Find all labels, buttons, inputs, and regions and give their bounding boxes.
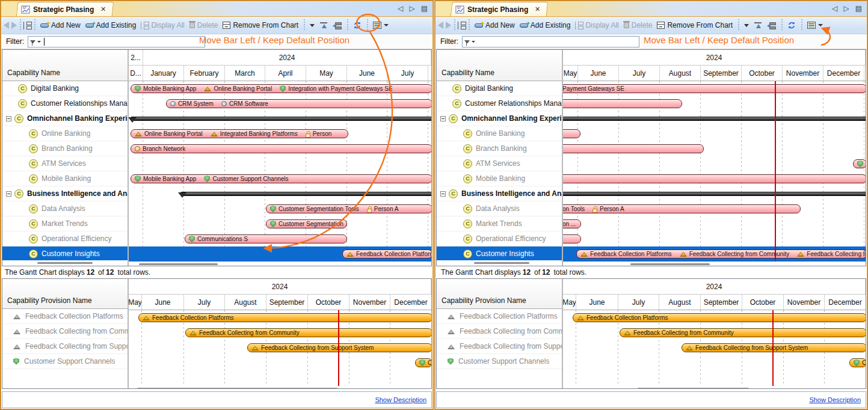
tree-row[interactable]: CMarket Trends: [2, 216, 128, 231]
tab-scroll-right-icon[interactable]: ▷: [409, 4, 414, 13]
keep-default-position-button[interactable]: [751, 20, 765, 31]
add-existing-button[interactable]: + Add Existing: [517, 20, 573, 31]
tree-row[interactable]: CATM Services: [437, 156, 562, 171]
gantt-row[interactable]: Mobile Banking AppOnline Banking PortalI…: [129, 81, 431, 96]
gantt-bar[interactable]: Feedback Collecting from Support System: [247, 343, 431, 352]
move-bar-left-button[interactable]: [330, 20, 344, 31]
tree-row[interactable]: CBusiness Intelligence and Analytics: [2, 186, 128, 201]
tab-list-icon[interactable]: ▤: [855, 4, 862, 13]
add-new-button[interactable]: ✦ Add New: [472, 20, 517, 31]
tree-row[interactable]: Feedback Collecting from Community: [437, 324, 562, 339]
gantt-bar[interactable]: Feedback Collecting from Community: [185, 328, 431, 337]
gantt-bar[interactable]: Customer Segmentation ...: [266, 219, 347, 228]
tree-row[interactable]: COmnichannel Banking Experience: [2, 111, 128, 126]
chart-horizontal-scrollbar[interactable]: [563, 262, 866, 266]
gantt-row[interactable]: Mobile Banking AppCustomer Support Chann…: [129, 171, 431, 186]
gantt-bar[interactable]: [563, 129, 580, 138]
forward-icon[interactable]: [446, 22, 451, 29]
filter-input[interactable]: [462, 36, 639, 47]
view-options-button[interactable]: [371, 20, 391, 30]
gantt-bar[interactable]: Feedback Collection Platforms: [138, 313, 431, 322]
gantt-row[interactable]: Communications S: [129, 231, 431, 246]
gantt-bar[interactable]: Feedback Collection Platforms: [573, 313, 866, 322]
gantt-bar[interactable]: Feedback Collection Platforms: [342, 249, 431, 259]
tree-row[interactable]: Feedback Collecting from Support System: [437, 339, 562, 354]
tree-row[interactable]: CCustomer Relationships Management: [437, 96, 562, 111]
gantt-row[interactable]: Cu: [129, 355, 431, 370]
tree-row[interactable]: CData Analysis: [2, 201, 128, 216]
summary-bar[interactable]: [563, 192, 866, 196]
gantt-row[interactable]: Feedback Collection PlatformsFeedback Co…: [563, 246, 866, 262]
summary-bar[interactable]: [180, 192, 431, 196]
gantt-bar[interactable]: [563, 99, 682, 108]
gantt-bar[interactable]: [563, 234, 581, 243]
tree-horizontal-scrollbar[interactable]: [2, 260, 128, 266]
tree-row[interactable]: CBusiness Intelligence and Analytics: [437, 186, 562, 201]
tree-row[interactable]: CData Analysis: [437, 201, 562, 216]
summary-bar[interactable]: [131, 117, 431, 121]
gantt-row[interactable]: on ...: [563, 216, 866, 231]
gantt-row[interactable]: Customer Segmentation ToolsPerson A: [129, 201, 431, 216]
gantt-row[interactable]: [563, 231, 866, 246]
gantt-bar[interactable]: Payment Gateways SE: [563, 84, 866, 93]
tree-row[interactable]: COperational Efficiency: [437, 231, 562, 246]
gantt-row[interactable]: [563, 96, 866, 111]
tree-row[interactable]: CATM Services: [2, 156, 128, 171]
tree-row[interactable]: Customer Support Channels: [2, 354, 128, 369]
tab-close-icon[interactable]: ✕: [100, 5, 106, 13]
gantt-row[interactable]: [129, 186, 431, 201]
gantt-row[interactable]: Customer Segmentation ...: [129, 216, 431, 231]
gantt-row[interactable]: Feedback Collecting from Community: [563, 325, 866, 340]
scrollbar-thumb[interactable]: [630, 263, 710, 265]
tree-row[interactable]: COnline Banking: [437, 126, 562, 141]
gantt-bar[interactable]: on ...: [563, 219, 581, 228]
gantt-bar[interactable]: Communications S: [185, 234, 347, 243]
tree-row[interactable]: CDigital Banking: [2, 81, 128, 96]
collapse-expander-icon[interactable]: [440, 116, 446, 121]
gantt-bar[interactable]: Cu: [415, 358, 431, 367]
filter-input[interactable]: [28, 36, 205, 47]
tree-row[interactable]: Feedback Collection Platforms: [2, 309, 128, 324]
tree-row[interactable]: Customer Support Channels: [437, 354, 562, 369]
tab-close-icon[interactable]: ✕: [535, 5, 540, 13]
tab-scroll-left-icon[interactable]: ◁: [832, 4, 837, 13]
chart-horizontal-scrollbar[interactable]: [563, 386, 866, 388]
tab-strategic-phasing[interactable]: ST Strategic Phasing ✕: [16, 2, 114, 16]
remove-from-chart-button[interactable]: Remove From Chart: [220, 20, 301, 31]
gantt-row[interactable]: [563, 126, 866, 141]
gantt-bar[interactable]: Branch Network: [131, 144, 431, 153]
tree-row[interactable]: Feedback Collecting from Community: [2, 324, 128, 339]
collapse-expander-icon[interactable]: [440, 191, 446, 197]
gantt-bar[interactable]: [563, 144, 704, 153]
display-all-button[interactable]: Display All: [138, 20, 186, 31]
display-all-button[interactable]: Display All: [573, 20, 621, 31]
gantt-bar[interactable]: C: [849, 358, 866, 367]
tab-scroll-right-icon[interactable]: ▷: [843, 4, 849, 13]
tree-row[interactable]: CCustomer Insights: [2, 246, 128, 260]
gantt-row[interactable]: C: [563, 156, 866, 171]
gantt-bar[interactable]: on ToolsPerson A: [563, 204, 801, 213]
gantt-row[interactable]: Payment Gateways SE: [563, 81, 866, 96]
gantt-row[interactable]: Feedback Collection Platforms: [563, 310, 866, 325]
filter-funnel-icon[interactable]: [30, 40, 35, 43]
tree-row[interactable]: CMobile Banking: [2, 171, 128, 186]
filter-funnel-icon[interactable]: [464, 40, 470, 43]
tree-row[interactable]: CMarket Trends: [437, 216, 562, 231]
delete-button[interactable]: Delete: [621, 20, 655, 31]
gantt-bar[interactable]: CRM SystemCRM Software: [166, 99, 431, 108]
delete-button[interactable]: Delete: [187, 20, 221, 31]
tree-row[interactable]: CBranch Banking: [2, 141, 128, 156]
collapse-expander-icon[interactable]: [6, 116, 11, 121]
tab-strategic-phasing[interactable]: ST Strategic Phasing ✕: [451, 2, 548, 16]
add-new-button[interactable]: ✦ Add New: [38, 20, 83, 31]
forward-icon[interactable]: [11, 22, 17, 29]
gantt-bar[interactable]: Mobile Banking AppCustomer Support Chann…: [131, 174, 431, 183]
select-in-containment-tree-icon[interactable]: [23, 22, 31, 29]
gantt-bar[interactable]: Feedback Collecting from Community: [620, 328, 866, 337]
gantt-row[interactable]: Feedback Collecting from Support System: [129, 340, 431, 355]
back-icon[interactable]: [4, 22, 9, 29]
gantt-bar[interactable]: Online Banking PortalIntegrated Banking …: [131, 129, 348, 138]
tree-row[interactable]: COnline Banking: [2, 126, 128, 141]
gantt-row[interactable]: [129, 111, 431, 126]
scrollbar-thumb[interactable]: [137, 388, 337, 388]
